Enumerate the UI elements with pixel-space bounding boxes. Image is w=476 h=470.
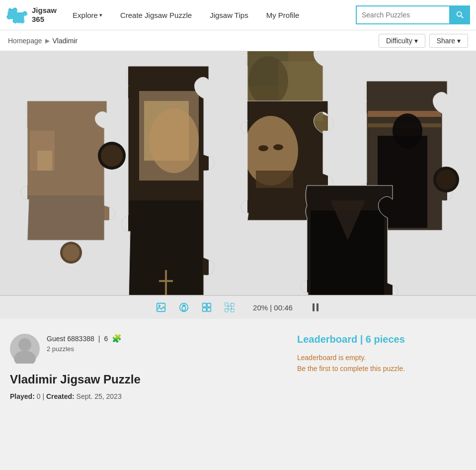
pause-button[interactable]: [308, 299, 323, 315]
left-column: Guest 6883388 | 6 🧩 2 puzzles Vladimir J…: [10, 334, 282, 400]
search-button[interactable]: [450, 5, 470, 24]
explore-chevron: ▾: [99, 12, 102, 18]
preview-button[interactable]: [175, 299, 192, 316]
puzzle-canvas: [0, 51, 476, 295]
svg-point-51: [18, 338, 31, 351]
svg-rect-46: [231, 303, 234, 306]
puzzle-piece-small-2: [60, 242, 82, 264]
leaderboard-empty: Leaderboard is empty. Be the first to co…: [297, 352, 466, 375]
svg-rect-40: [203, 303, 206, 307]
nav-tips[interactable]: Jigsaw Tips: [203, 0, 255, 30]
search-input[interactable]: [356, 5, 450, 24]
landscape-icon: [156, 302, 166, 313]
puzzle-title: Vladimir Jigsaw Puzzle: [10, 373, 282, 386]
user-pieces-count: 6: [104, 335, 108, 343]
puzzle-piece-2: [122, 66, 215, 295]
leaderboard-title: Leaderboard | 6 pieces: [297, 334, 466, 345]
grid-icon: [201, 302, 212, 313]
user-name: Guest 6883388: [47, 335, 94, 343]
puzzle-area[interactable]: [0, 51, 476, 295]
main-content: Guest 6883388 | 6 🧩 2 puzzles Vladimir J…: [0, 319, 476, 420]
breadcrumb-home[interactable]: Homepage: [8, 37, 42, 45]
logo-icon: [6, 5, 29, 25]
svg-point-0: [457, 12, 462, 16]
puzzle-piece-small-1: [98, 142, 126, 170]
breadcrumb-separator: ▶: [45, 37, 50, 44]
logo-text: Jigsaw365: [32, 6, 57, 24]
scatter-icon: [224, 302, 235, 313]
user-name-line: Guest 6883388 | 6 🧩: [47, 334, 122, 343]
svg-rect-13: [159, 280, 173, 282]
nav-explore[interactable]: Explore ▾: [66, 0, 109, 30]
controls-bar: 20% | 00:46: [0, 295, 476, 319]
user-info: Guest 6883388 | 6 🧩 2 puzzles: [47, 334, 122, 353]
progress-display: 20% | 00:46: [253, 303, 293, 312]
svg-rect-12: [165, 270, 167, 295]
leaderboard-empty-line2: Be the first to complete this puzzle.: [297, 363, 466, 374]
played-value: 0: [37, 392, 41, 400]
svg-point-10: [149, 108, 199, 173]
breadcrumb-current: Vladimir: [53, 37, 78, 45]
right-column: Leaderboard | 6 pieces Leaderboard is em…: [297, 334, 466, 400]
breadcrumb: Homepage ▶ Vladimir: [8, 37, 78, 45]
created-label: Created:: [46, 392, 75, 400]
svg-rect-5: [37, 151, 52, 171]
svg-point-37: [159, 305, 160, 306]
share-chevron: ▾: [457, 37, 461, 45]
svg-point-17: [248, 56, 288, 106]
nav-create[interactable]: Create Jigsaw Puzzle: [113, 0, 199, 30]
breadcrumb-bar: Homepage ▶ Vladimir Difficulty ▾ Share ▾: [0, 30, 476, 51]
navbar: Jigsaw365 Explore ▾ Create Jigsaw Puzzle…: [0, 0, 476, 30]
avatar-icon: [10, 334, 40, 364]
user-puzzles: 2 puzzles: [47, 345, 122, 353]
landscape-button[interactable]: [153, 299, 169, 316]
svg-rect-43: [207, 308, 211, 311]
nav-profile[interactable]: My Profile: [259, 0, 307, 30]
puzzle-meta: Played: 0 | Created: Sept. 25, 2023: [10, 392, 282, 400]
svg-rect-44: [225, 303, 228, 306]
search-icon: [456, 10, 465, 19]
user-avatar: [10, 334, 40, 364]
svg-point-27: [393, 113, 422, 148]
leaderboard-empty-line1: Leaderboard is empty.: [297, 352, 466, 363]
svg-rect-41: [207, 303, 211, 307]
svg-rect-22: [256, 171, 293, 188]
meta-separator: |: [42, 392, 46, 400]
scatter-button[interactable]: [221, 299, 238, 316]
logo-link[interactable]: Jigsaw365: [6, 5, 57, 25]
svg-rect-49: [313, 303, 315, 311]
svg-point-21: [273, 144, 283, 150]
svg-rect-42: [203, 308, 206, 311]
svg-rect-50: [317, 303, 318, 311]
grid-button[interactable]: [198, 299, 215, 316]
share-button[interactable]: Share ▾: [429, 34, 468, 48]
svg-point-31: [101, 145, 123, 167]
svg-rect-47: [225, 309, 228, 312]
leaderboard-box: Leaderboard | 6 pieces Leaderboard is em…: [297, 334, 466, 375]
user-card: Guest 6883388 | 6 🧩 2 puzzles: [10, 334, 282, 364]
puzzle-piece-icon: 🧩: [112, 334, 122, 343]
pause-icon: [310, 301, 321, 313]
svg-line-1: [461, 16, 464, 18]
created-value: Sept. 25, 2023: [77, 392, 122, 400]
played-label: Played:: [10, 392, 35, 400]
svg-point-33: [63, 244, 79, 261]
puzzle-piece-small-3: [433, 167, 459, 192]
search-container: [356, 5, 470, 24]
svg-point-52: [14, 351, 36, 364]
preview-icon: [178, 302, 189, 313]
svg-point-20: [258, 145, 268, 151]
svg-rect-26: [378, 136, 427, 228]
svg-rect-6: [27, 195, 104, 240]
difficulty-button[interactable]: Difficulty ▾: [379, 34, 425, 48]
difficulty-chevron: ▾: [414, 37, 418, 45]
breadcrumb-actions: Difficulty ▾ Share ▾: [379, 34, 468, 48]
svg-point-35: [436, 170, 456, 189]
user-separator: |: [98, 335, 100, 343]
